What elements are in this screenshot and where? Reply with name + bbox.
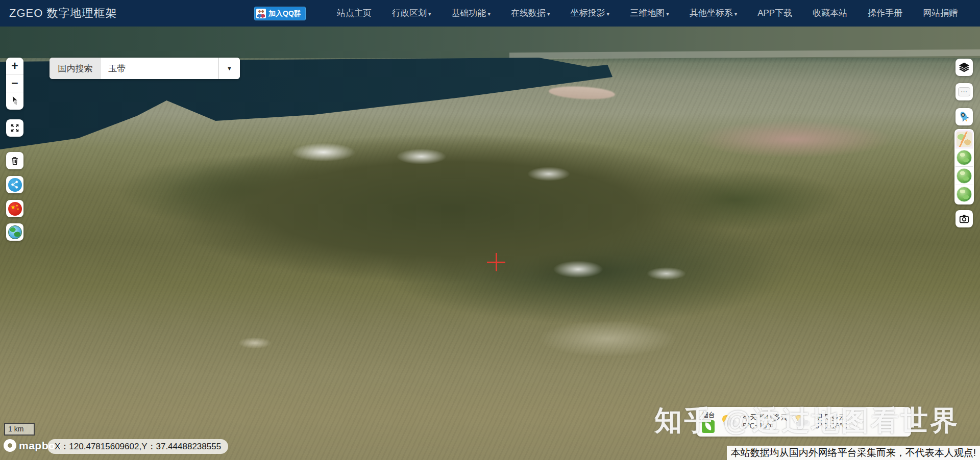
nav-item-manual[interactable]: 操作手册 <box>857 0 913 27</box>
fullscreen-expand-icon <box>9 122 20 134</box>
layers-icon <box>959 62 970 73</box>
nav-item-coordinate-projection[interactable]: 坐标投影▾ <box>560 0 620 27</box>
basemap-thumbnail-globe-1[interactable] <box>955 148 973 167</box>
zhihu-watermark: 知乎 @透过地图看世界 <box>654 402 960 440</box>
nav-item-3d-map[interactable]: 三维地图▾ <box>620 0 679 27</box>
zgeo-app: ZGEO 数字地理框架 加入QQ群 站点主页 行政区划▾ 基础功能▾ 在线数据▾… <box>0 0 980 460</box>
chevron-down-icon: ▾ <box>488 11 491 17</box>
street-map-icon <box>957 132 972 147</box>
basemap-selector <box>954 129 974 205</box>
camera-icon <box>959 213 970 224</box>
nav-item-home[interactable]: 站点主页 <box>327 0 382 27</box>
chevron-down-icon: ▾ <box>547 11 550 17</box>
chevron-down-icon: ▾ <box>428 11 431 17</box>
trash-icon <box>10 156 20 166</box>
layers-button[interactable] <box>955 59 973 76</box>
compass-needle-icon <box>7 93 22 108</box>
search-bar: 国内搜索 ▼ <box>50 58 240 79</box>
map-scale-bar: 1 km <box>4 423 35 436</box>
rocket-avatar-icon <box>958 110 971 123</box>
compass-button[interactable] <box>6 92 23 110</box>
globe-view-button[interactable] <box>6 223 23 241</box>
nav-item-app-download[interactable]: APP下载 <box>747 0 802 27</box>
top-navbar: ZGEO 数字地理框架 加入QQ群 站点主页 行政区划▾ 基础功能▾ 在线数据▾… <box>0 0 980 27</box>
fullscreen-button[interactable] <box>6 119 23 137</box>
brand-title: ZGEO 数字地理框架 <box>9 0 117 27</box>
nav-item-admin-divisions[interactable]: 行政区划▾ <box>382 0 442 27</box>
qq-button-label: 加入QQ群 <box>268 9 301 18</box>
nav-item-online-data[interactable]: 在线数据▾ <box>501 0 560 27</box>
green-globe-icon <box>957 168 972 184</box>
zoom-in-button[interactable]: + <box>6 58 23 75</box>
chevron-down-icon: ▾ <box>666 11 669 17</box>
map-canvas[interactable] <box>0 27 980 460</box>
disclaimer-banner: 本站数据均从国内外网络平台采集而来，不代表本人观点! <box>727 446 980 460</box>
zoom-control-group: + − <box>6 58 23 110</box>
nav-menu: 站点主页 行政区划▾ 基础功能▾ 在线数据▾ 坐标投影▾ 三维地图▾ 其他坐标系… <box>327 0 968 27</box>
basemap-thumbnail-globe-2[interactable] <box>955 167 973 185</box>
search-dropdown-button[interactable]: ▼ <box>218 58 240 79</box>
clear-map-button[interactable] <box>6 152 23 169</box>
globe-earth-icon <box>8 225 22 239</box>
china-flag-button[interactable]: ★ ★ ★ <box>6 200 23 217</box>
ellipsis-icon: ⋯ <box>958 87 970 96</box>
zoom-out-button[interactable]: − <box>6 75 23 92</box>
mapbox-logo-icon <box>4 439 16 452</box>
more-options-button[interactable]: ⋯ <box>955 83 973 100</box>
cursor-coordinates-readout: X：120.47815609602,Y：37.44488238555 <box>47 439 228 454</box>
join-qq-group-button[interactable]: 加入QQ群 <box>254 7 306 20</box>
chevron-down-icon: ▾ <box>607 11 610 17</box>
basemap-thumbnail-street[interactable] <box>955 130 973 148</box>
nav-item-basic-functions[interactable]: 基础功能▾ <box>442 0 501 27</box>
basemap-thumbnail-globe-3[interactable] <box>955 185 973 203</box>
search-input[interactable] <box>101 58 218 79</box>
green-globe-icon <box>957 187 972 202</box>
nav-item-bookmark-site[interactable]: 收藏本站 <box>802 0 857 27</box>
china-flag-icon: ★ ★ ★ <box>8 202 22 216</box>
plus-icon: + <box>11 60 18 72</box>
nav-item-other-coordinate-systems[interactable]: 其他坐标系▾ <box>679 0 748 27</box>
share-icon <box>8 178 22 192</box>
minus-icon: − <box>11 78 18 89</box>
qq-group-icon <box>256 9 266 18</box>
rocket-pegman-button[interactable] <box>955 108 973 125</box>
screenshot-button[interactable] <box>955 210 973 227</box>
share-button[interactable] <box>6 176 23 193</box>
dropdown-caret-icon: ▼ <box>227 65 232 71</box>
nav-item-donate[interactable]: 网站捐赠 <box>913 0 968 27</box>
chevron-down-icon: ▾ <box>734 11 738 17</box>
search-mode-button[interactable]: 国内搜索 <box>50 58 101 79</box>
green-globe-icon <box>957 150 972 165</box>
